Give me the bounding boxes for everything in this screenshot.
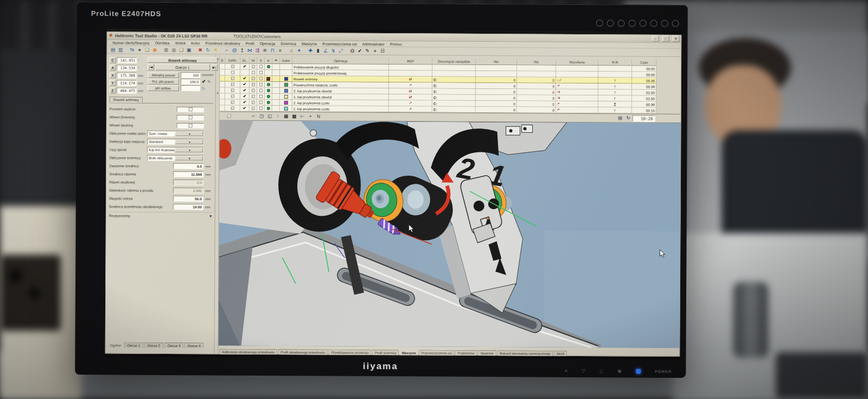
checkbox-icon[interactable] <box>252 71 255 74</box>
rotate-view-icon[interactable]: ↻ <box>625 114 632 121</box>
tab-rowek-wiorowy[interactable]: Rowek wiórowy <box>110 96 143 102</box>
bottom-tab-skr-t[interactable]: Skrót <box>554 351 567 356</box>
zoom-window-icon[interactable]: ◳ <box>258 113 265 120</box>
left-tab-ostrze-2[interactable]: Ostrze 2 <box>144 343 163 348</box>
select-corner-icon[interactable]: ⌐ <box>250 113 257 120</box>
checkbox-icon[interactable] <box>259 65 263 68</box>
menu-item-kolor[interactable]: Kolor <box>189 41 202 45</box>
checkbox-icon[interactable]: ✓ <box>231 83 234 86</box>
checkbox-icon[interactable]: ✓ <box>231 77 234 80</box>
parameter-input[interactable]: 11.588 <box>173 171 203 177</box>
probe-icon[interactable]: ↥ <box>239 47 246 54</box>
checkbox-icon[interactable]: ✓ <box>252 65 255 68</box>
viewport-checkbox[interactable]: ✓ <box>227 114 231 118</box>
checkbox-icon[interactable] <box>259 89 262 92</box>
checkbox-icon[interactable] <box>259 107 262 110</box>
parameter-select[interactable]: Szer. rowka▼ <box>148 131 204 137</box>
spiral-icon[interactable]: ↯ <box>330 47 337 54</box>
widget-value-1[interactable]: 100.0 <box>181 79 200 85</box>
at-icon[interactable]: @ <box>231 47 238 54</box>
widget-value-2[interactable] <box>181 85 200 91</box>
widget-button-2[interactable]: pkt szlifow. <box>148 85 179 91</box>
menu-item-numer-identyfikacyjny[interactable]: Numer identyfikacyjny <box>110 41 152 44</box>
bottom-tab-profil-obrabianego-przedmiotu[interactable]: Profil obrabianego przedmiotu <box>278 349 328 355</box>
menu-item-administrator[interactable]: Administrator <box>360 42 387 46</box>
bottom-tab-maszyna[interactable]: Maszyna <box>400 350 418 355</box>
bottom-tab-sketcher[interactable]: Sketcher <box>477 350 496 356</box>
sphere-icon[interactable]: ● <box>136 46 143 53</box>
menu-item-przemieszczenia-osi[interactable]: Przemieszczenia osi <box>320 42 359 46</box>
filter-icon[interactable]: ≋ <box>261 47 269 54</box>
measure-h-icon[interactable]: ⊢ <box>299 113 306 120</box>
parameter-select[interactable]: Kąt linii śrubowej▼ <box>147 147 203 153</box>
widget-value-0[interactable]: 150 <box>181 72 200 78</box>
checkbox-icon[interactable] <box>188 124 192 127</box>
checkbox-icon[interactable]: ✓ <box>252 77 255 80</box>
left-tab-ostrze-1[interactable]: Ostrze 1 <box>124 343 143 348</box>
left-tab-og-lne[interactable]: Ogólne <box>107 343 123 347</box>
bottom-tab-przedstawienie-przekroju[interactable]: Przedstawienie przekroju <box>329 349 372 355</box>
menu-item--ciernica[interactable]: Ściernica <box>278 42 298 46</box>
cam-icon[interactable]: ☷ <box>379 47 386 54</box>
bottom-tab-profil-ciernicy[interactable]: Profil ściernicy <box>372 350 399 355</box>
flow-icon[interactable]: ⇶ <box>254 47 261 54</box>
copy-icon[interactable]: ❏ <box>144 46 151 53</box>
zoom-fit-icon[interactable]: ◱ <box>266 113 273 120</box>
checkbox-icon[interactable] <box>259 95 262 98</box>
add-icon[interactable]: ✚ <box>307 47 314 54</box>
edge-selector[interactable]: Ostrze 1 <box>155 64 210 71</box>
checkbox-icon[interactable] <box>188 115 192 119</box>
axis-button-a[interactable]: A <box>110 65 116 70</box>
parameter-input[interactable]: 50.0 <box>173 196 203 202</box>
menu-item-przedmiot-obrabiany[interactable]: Przedmiot obrabiany <box>203 41 242 45</box>
checkbox-icon[interactable]: ✓ <box>251 89 254 92</box>
checkbox-icon[interactable]: ✓ <box>251 107 254 110</box>
bottom-tab-rekord-sterowania-numerycznego[interactable]: Rekord sterowania numerycznego <box>497 350 553 356</box>
menu-item-profil[interactable]: Profil <box>244 41 257 45</box>
checkbox-icon[interactable]: ✓ <box>231 65 234 68</box>
binoculars-icon[interactable]: ◎ <box>170 46 177 53</box>
render-mode-icon[interactable]: ▤ <box>617 114 624 121</box>
play-icon[interactable]: ▷ <box>202 86 205 91</box>
checkbox-icon[interactable] <box>259 77 263 80</box>
checkbox-icon[interactable]: ✓ <box>251 83 254 86</box>
refresh-icon[interactable]: ↻ <box>205 47 212 54</box>
checkbox-icon[interactable]: ✓ <box>251 101 254 104</box>
axis-button-c[interactable]: C <box>110 57 116 63</box>
save-icon[interactable]: ▣ <box>186 47 193 54</box>
checkbox-icon[interactable]: ✓ <box>231 107 234 110</box>
list-icon[interactable]: ≡ <box>277 47 284 54</box>
transfer-icon[interactable]: ⇆ <box>129 46 136 53</box>
edge-next-button[interactable]: ▶| <box>211 64 218 70</box>
parameter-select[interactable]: Standard▼ <box>147 139 203 145</box>
parameter-input[interactable]: 19.50 <box>173 204 203 210</box>
checkbox-icon[interactable]: ✓ <box>231 101 234 104</box>
chevron-down-icon[interactable]: ▼ <box>175 147 203 152</box>
axis-button-z[interactable]: Z <box>110 87 116 93</box>
sketch-icon[interactable]: ✎ <box>364 47 371 54</box>
parameter-input[interactable]: 0.0 <box>173 163 203 169</box>
shade-dark-icon[interactable]: ▦ <box>283 113 290 120</box>
chevron-down-icon[interactable]: ▼ <box>175 139 203 144</box>
measure-icon[interactable]: ⌐ <box>224 47 231 54</box>
link-icon[interactable]: ⋈ <box>246 47 253 54</box>
bulb-icon[interactable]: ☀ <box>212 47 219 54</box>
tools-icon[interactable]: ✖ <box>197 47 204 54</box>
checkbox-icon[interactable] <box>259 71 263 74</box>
widget-button-0[interactable]: Aktualny posuw <box>148 72 179 78</box>
menu-item-pomoc[interactable]: Pomoc <box>388 42 404 46</box>
ruler-icon[interactable]: ▮ <box>315 47 322 54</box>
minimize-button[interactable]: – <box>652 36 659 42</box>
machine-3d-viewport[interactable]: 2 1 <box>218 120 680 347</box>
edge-prev-button[interactable]: |◀ <box>148 64 154 70</box>
panel-left-icon[interactable]: ▤ <box>110 46 117 53</box>
bottom-tab-przemieszczenia-osi[interactable]: Przemieszczenia osi <box>418 350 454 355</box>
bottom-tab-kalkulacja-obrabianego-przedmiotu[interactable]: Kalkulacja obrabianego przedmiotu <box>219 349 277 355</box>
menu-item-maszyna[interactable]: Maszyna <box>299 42 319 46</box>
chevron-down-icon[interactable]: ▼ <box>175 131 203 136</box>
checkbox-icon[interactable]: ✓ <box>251 95 254 98</box>
axis-button-x[interactable]: X <box>110 72 116 78</box>
crane-icon[interactable]: ⌖ <box>372 47 379 54</box>
angle-icon[interactable]: ∠ <box>322 47 329 54</box>
checkbox-icon[interactable]: ✓ <box>231 95 234 98</box>
